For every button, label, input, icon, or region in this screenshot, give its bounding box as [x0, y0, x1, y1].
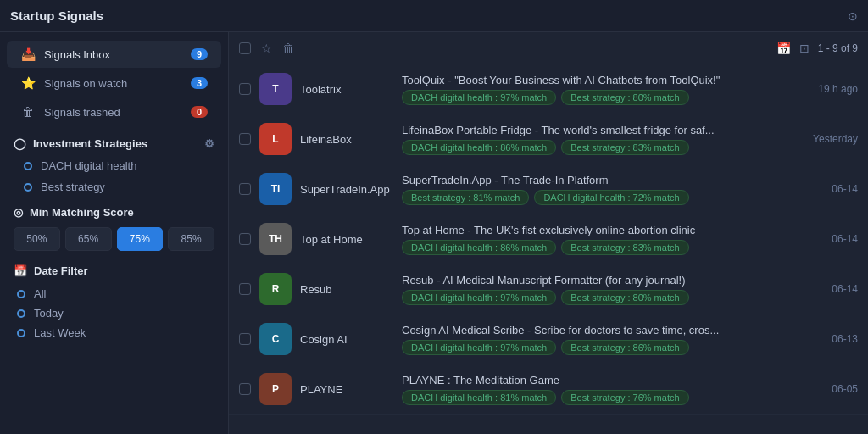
- score-buttons: 50%65%75%85%: [14, 227, 214, 251]
- sidebar-item-watch[interactable]: ⭐ Signals on watch 3: [7, 70, 221, 97]
- signal-title: SuperTradeIn.App - The Trade-In Platform: [402, 174, 816, 186]
- signal-row[interactable]: P PLAYNE PLAYNE : The Meditation Game DA…: [229, 364, 868, 415]
- date-item-today[interactable]: Today: [14, 303, 214, 323]
- signal-row[interactable]: TI SuperTradeIn.App SuperTradeIn.App - T…: [229, 164, 868, 214]
- company-avatar: T: [259, 73, 292, 105]
- date-icon: 📅: [14, 264, 27, 277]
- signal-tag: Best strategy : 83% match: [561, 240, 688, 255]
- sidebar: 📥 Signals Inbox 9 ⭐ Signals on watch 3 🗑…: [0, 32, 229, 434]
- strategy-item[interactable]: DACH digital health: [0, 155, 228, 176]
- signal-checkbox[interactable]: [239, 83, 251, 95]
- signal-title: Resub - AI Medical Manuscript Formatter …: [402, 274, 816, 287]
- signal-row[interactable]: R Resub Resub - AI Medical Manuscript Fo…: [229, 264, 868, 314]
- select-all-checkbox[interactable]: [239, 42, 251, 54]
- signal-title: LifeinaBox Portable Fridge - The world's…: [402, 124, 798, 136]
- date-section-title: 📅 Date Filter: [14, 264, 214, 277]
- signal-checkbox[interactable]: [239, 333, 251, 345]
- sidebar-item-inbox[interactable]: 📥 Signals Inbox 9: [7, 41, 221, 68]
- signal-date: 06-14: [832, 233, 858, 245]
- sidebar-item-trashed[interactable]: 🗑 Signals trashed 0: [7, 98, 221, 125]
- score-button-75[interactable]: 75%: [117, 227, 164, 251]
- filter-icon[interactable]: ⊡: [799, 42, 810, 55]
- trashed-nav-label: Signals trashed: [44, 106, 191, 119]
- company-name: Cosign AI: [300, 333, 393, 346]
- trash-icon[interactable]: 🗑: [282, 42, 294, 55]
- signal-row[interactable]: TH Top at Home Top at Home - The UK's fi…: [229, 214, 868, 264]
- signal-info: SuperTradeIn.App - The Trade-In Platform…: [402, 174, 816, 205]
- watch-nav-label: Signals on watch: [44, 77, 191, 90]
- company-name: LifeinaBox: [300, 133, 393, 146]
- company-name: SuperTradeIn.App: [300, 183, 393, 196]
- signal-tag: Best strategy : 76% match: [561, 390, 688, 405]
- signal-tag: Best strategy : 80% match: [561, 90, 688, 105]
- investment-strategies-header: ◯ Investment Strategies ⚙: [0, 129, 228, 155]
- signal-title: Cosign AI Medical Scribe - Scribe for do…: [402, 324, 816, 337]
- signal-tag: DACH digital health : 97% match: [402, 340, 556, 355]
- signal-row[interactable]: C Cosign AI Cosign AI Medical Scribe - S…: [229, 314, 868, 364]
- signal-tag: Best strategy : 81% match: [402, 190, 529, 205]
- strategy-item[interactable]: Best strategy: [0, 176, 228, 198]
- nav-items: 📥 Signals Inbox 9 ⭐ Signals on watch 3 🗑…: [0, 41, 228, 125]
- investment-strategies-label: Investment Strategies: [33, 137, 147, 150]
- signal-checkbox[interactable]: [239, 183, 251, 195]
- score-button-85[interactable]: 85%: [168, 227, 214, 251]
- date-item-label: Today: [34, 307, 64, 320]
- score-label: Min Matching Score: [30, 206, 134, 219]
- signal-row[interactable]: T Toolatrix ToolQuix - "Boost Your Busin…: [229, 64, 868, 114]
- company-avatar: L: [259, 123, 292, 155]
- investment-gear-icon[interactable]: ⚙: [204, 137, 214, 150]
- toolbar: ☆ 🗑 📅 ⊡ 1 - 9 of 9: [229, 32, 868, 64]
- date-dot: [17, 290, 25, 298]
- signal-title: ToolQuix - "Boost Your Business with AI …: [402, 74, 803, 86]
- company-avatar: R: [259, 273, 292, 305]
- signal-checkbox[interactable]: [239, 133, 251, 145]
- signal-tags: DACH digital health : 86% matchBest stra…: [402, 140, 798, 155]
- company-name: Top at Home: [300, 233, 393, 246]
- strategy-dot: [24, 162, 32, 170]
- signal-date: Yesterday: [813, 133, 858, 145]
- company-avatar: TH: [259, 223, 292, 255]
- company-avatar: TI: [259, 173, 292, 205]
- settings-icon[interactable]: ⊙: [848, 9, 858, 23]
- inbox-badge: 9: [191, 48, 208, 60]
- toolbar-right: 📅 ⊡ 1 - 9 of 9: [776, 42, 858, 55]
- strategy-label: Best strategy: [41, 181, 105, 193]
- signal-row[interactable]: L LifeinaBox LifeinaBox Portable Fridge …: [229, 114, 868, 164]
- score-button-65[interactable]: 65%: [65, 227, 112, 251]
- company-avatar: C: [259, 323, 292, 355]
- date-section: 📅 Date Filter All Today Last Week: [0, 256, 228, 348]
- investment-icon: ◯: [14, 137, 26, 150]
- signal-tag: DACH digital health : 81% match: [402, 390, 556, 405]
- date-item-label: Last Week: [34, 326, 86, 339]
- score-section: ◎ Min Matching Score 50%65%75%85%: [0, 198, 228, 256]
- signal-tag: Best strategy : 83% match: [561, 140, 688, 155]
- score-button-50[interactable]: 50%: [14, 227, 60, 251]
- signal-checkbox[interactable]: [239, 283, 251, 295]
- date-dot: [17, 329, 25, 337]
- signal-tags: DACH digital health : 97% matchBest stra…: [402, 340, 816, 355]
- signal-info: Cosign AI Medical Scribe - Scribe for do…: [402, 324, 816, 355]
- star-icon[interactable]: ☆: [261, 42, 272, 55]
- company-name: Toolatrix: [300, 83, 393, 96]
- signal-date: 19 h ago: [818, 83, 858, 95]
- date-item-last-week[interactable]: Last Week: [14, 323, 214, 342]
- signal-checkbox[interactable]: [239, 383, 251, 395]
- strategy-label: DACH digital health: [41, 159, 136, 172]
- strategy-dot: [24, 183, 32, 192]
- signal-info: ToolQuix - "Boost Your Business with AI …: [402, 74, 803, 105]
- signal-tags: Best strategy : 81% matchDACH digital he…: [402, 190, 816, 205]
- trashed-nav-icon: 🗑: [20, 105, 36, 119]
- signal-tag: DACH digital health : 97% match: [402, 290, 556, 305]
- company-name: Resub: [300, 283, 393, 296]
- signal-tag: Best strategy : 86% match: [561, 340, 688, 355]
- score-section-title: ◎ Min Matching Score: [14, 206, 214, 219]
- app-header: Startup Signals ⊙: [0, 0, 868, 32]
- signal-tag: DACH digital health : 72% match: [534, 190, 688, 205]
- signal-date: 06-14: [832, 283, 858, 295]
- app-title: Startup Signals: [10, 8, 103, 23]
- company-avatar: P: [259, 373, 292, 405]
- signal-checkbox[interactable]: [239, 233, 251, 245]
- calendar-icon[interactable]: 📅: [776, 42, 791, 55]
- date-item-label: All: [34, 287, 46, 300]
- date-item-all[interactable]: All: [14, 284, 214, 303]
